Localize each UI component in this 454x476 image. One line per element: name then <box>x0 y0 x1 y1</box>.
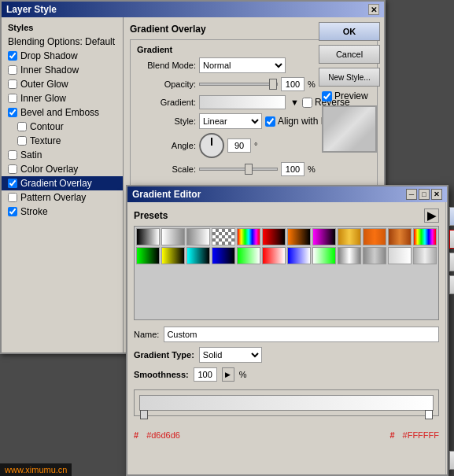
close-button[interactable]: ✕ <box>368 4 379 15</box>
opacity-slider[interactable] <box>199 83 278 86</box>
color-overlay-label: Color Overlay <box>20 164 78 175</box>
opacity-input[interactable] <box>281 77 305 91</box>
preset-black-white[interactable] <box>136 228 160 245</box>
cancel-button[interactable]: Cancel <box>319 45 380 64</box>
preset-cyan-black[interactable] <box>186 247 210 264</box>
ge-smooth-input[interactable] <box>194 367 217 382</box>
presets-arrow[interactable]: ▶ <box>424 208 439 223</box>
preset-white-trans[interactable] <box>161 228 185 245</box>
contour-item[interactable]: Contour <box>2 120 123 134</box>
reverse-checkbox[interactable] <box>302 98 312 108</box>
ge-color-label-right: # <box>389 430 394 440</box>
outer-glow-checkbox[interactable] <box>8 79 17 89</box>
outer-glow-item[interactable]: Outer Glow <box>2 77 123 91</box>
preset-blue-white[interactable] <box>287 247 311 264</box>
pattern-overlay-label: Pattern Overlay <box>20 192 86 203</box>
drop-shadow-item[interactable]: Drop Shadow <box>2 49 123 63</box>
inner-glow-item[interactable]: Inner Glow <box>2 91 123 105</box>
contour-checkbox[interactable] <box>17 122 27 131</box>
preset-rust[interactable] <box>388 228 412 245</box>
angle-dial[interactable] <box>199 133 224 158</box>
preset-gold[interactable] <box>338 228 361 245</box>
dropdown-arrow[interactable]: ▼ <box>290 98 299 107</box>
outer-glow-label: Outer Glow <box>20 79 68 90</box>
bevel-emboss-checkbox[interactable] <box>8 108 17 117</box>
stroke-item[interactable]: Stroke <box>2 205 123 219</box>
gradient-overlay-item[interactable]: Gradient Overlay <box>2 176 123 190</box>
preset-chrome[interactable] <box>363 247 386 264</box>
preset-copper[interactable] <box>363 228 386 245</box>
align-layer-checkbox[interactable] <box>265 116 275 127</box>
blend-mode-select[interactable]: Normal Multiply Screen <box>199 57 286 73</box>
gradient-label: Gradient: <box>137 98 196 107</box>
preset-checker[interactable] <box>212 228 235 245</box>
pattern-overlay-item[interactable]: Pattern Overlay <box>2 190 123 205</box>
ge-save-button[interactable]: Save... <box>449 275 454 294</box>
gradient-stop-left[interactable] <box>140 410 148 419</box>
preset-silver[interactable] <box>338 247 361 264</box>
preset-gray-white[interactable] <box>186 228 210 245</box>
inner-glow-checkbox[interactable] <box>8 94 17 103</box>
ge-new-button[interactable]: New <box>449 451 454 470</box>
ge-smooth-stepper[interactable]: ▶ <box>222 367 234 382</box>
color-overlay-item[interactable]: Color Overlay <box>2 162 123 176</box>
style-select[interactable]: Linear Radial Angle Reflected Diamond <box>199 113 262 129</box>
ge-name-input[interactable] <box>164 327 439 342</box>
new-style-button[interactable]: New Style... <box>319 68 380 87</box>
right-buttons-panel: OK Cancel New Style... Preview <box>315 17 384 157</box>
ok-button[interactable]: OK <box>319 22 380 41</box>
ge-minimize-button[interactable]: ─ <box>406 189 417 200</box>
preset-purple-black[interactable] <box>312 228 336 245</box>
inner-shadow-label: Inner Shadow <box>20 65 79 76</box>
ge-close-button[interactable]: ✕ <box>431 189 442 200</box>
preset-red-white[interactable] <box>262 247 286 264</box>
drop-shadow-checkbox[interactable] <box>8 51 17 61</box>
gradient-stop-right[interactable] <box>425 410 433 419</box>
ge-ok-button[interactable]: OK <box>449 207 454 226</box>
preview-checkbox[interactable] <box>322 91 332 101</box>
satin-item[interactable]: Satin <box>2 148 123 162</box>
gradient-overlay-checkbox[interactable] <box>8 179 17 188</box>
scale-input[interactable] <box>281 162 305 176</box>
preset-steel[interactable] <box>413 247 437 264</box>
inner-shadow-item[interactable]: Inner Shadow <box>2 63 123 77</box>
preset-orange-black[interactable] <box>287 228 311 245</box>
ge-title-buttons: ─ □ ✕ <box>406 189 442 200</box>
preset-rainbow[interactable] <box>237 228 260 245</box>
ge-name-label: Name: <box>134 330 159 339</box>
preset-spectrum[interactable] <box>413 228 437 245</box>
ge-reset-button[interactable]: ✕✕Reset <box>449 230 454 249</box>
angle-input[interactable] <box>227 138 251 153</box>
angle-label: Angle: <box>137 141 196 150</box>
presets-label-text: Presets <box>134 210 168 221</box>
preset-green-white[interactable] <box>237 247 260 264</box>
gradient-preview-box[interactable] <box>199 95 286 109</box>
ge-load-button[interactable]: Load... <box>449 253 454 271</box>
preset-red-black[interactable] <box>262 228 286 245</box>
watermark: www.ximumu.cn <box>0 463 72 476</box>
styles-title: Styles <box>2 20 123 35</box>
ge-name-row: Name: <box>134 327 439 342</box>
texture-checkbox[interactable] <box>17 136 27 146</box>
preset-white-green[interactable] <box>312 247 336 264</box>
bevel-emboss-item[interactable]: Bevel and Emboss <box>2 105 123 120</box>
preset-blue-black[interactable] <box>212 247 235 264</box>
opacity-label: Opacity: <box>137 79 196 89</box>
ge-type-select[interactable]: Solid Noise <box>199 347 262 363</box>
layer-style-title-bar: Layer Style ✕ <box>2 2 384 17</box>
inner-glow-label: Inner Glow <box>20 93 66 104</box>
ge-type-label: Gradient Type: <box>134 350 194 360</box>
blending-options-item[interactable]: Blending Options: Default <box>2 35 123 49</box>
texture-item[interactable]: Texture <box>2 134 123 148</box>
preset-light-gray[interactable] <box>388 247 412 264</box>
scale-slider[interactable] <box>199 168 278 171</box>
ge-maximize-button[interactable]: □ <box>419 189 430 200</box>
color-overlay-checkbox[interactable] <box>8 164 17 174</box>
gradient-strip[interactable] <box>139 395 434 411</box>
preset-green-black[interactable] <box>136 247 160 264</box>
pattern-overlay-checkbox[interactable] <box>8 193 17 202</box>
stroke-checkbox[interactable] <box>8 207 17 216</box>
satin-checkbox[interactable] <box>8 150 17 160</box>
inner-shadow-checkbox[interactable] <box>8 65 17 75</box>
preset-yellow-black[interactable] <box>161 247 185 264</box>
